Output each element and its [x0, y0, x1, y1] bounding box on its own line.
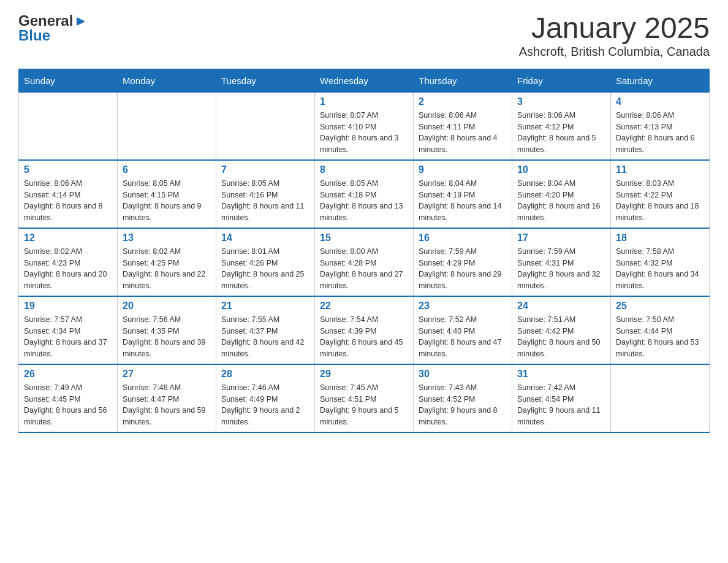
- calendar-cell: 29Sunrise: 7:45 AMSunset: 4:51 PMDayligh…: [315, 364, 414, 432]
- day-header-sunday: Sunday: [19, 69, 118, 92]
- day-number: 15: [320, 232, 408, 243]
- week-row-2: 5Sunrise: 8:06 AMSunset: 4:14 PMDaylight…: [19, 160, 710, 228]
- calendar-cell: 7Sunrise: 8:05 AMSunset: 4:16 PMDaylight…: [216, 160, 315, 228]
- calendar-cell: 23Sunrise: 7:52 AMSunset: 4:40 PMDayligh…: [414, 296, 512, 364]
- day-info: Sunrise: 7:54 AMSunset: 4:39 PMDaylight:…: [320, 314, 408, 360]
- day-info: Sunrise: 8:04 AMSunset: 4:19 PMDaylight:…: [419, 178, 507, 224]
- logo: General Blue: [18, 12, 88, 44]
- day-number: 7: [221, 164, 309, 175]
- day-number: 3: [517, 96, 605, 107]
- week-row-4: 19Sunrise: 7:57 AMSunset: 4:34 PMDayligh…: [19, 296, 710, 364]
- day-info: Sunrise: 8:07 AMSunset: 4:10 PMDaylight:…: [320, 110, 408, 156]
- calendar-cell: 22Sunrise: 7:54 AMSunset: 4:39 PMDayligh…: [315, 296, 414, 364]
- day-number: 16: [419, 232, 507, 243]
- day-number: 10: [517, 164, 605, 175]
- title-section: January 2025 Ashcroft, British Columbia,…: [519, 12, 710, 59]
- day-info: Sunrise: 7:52 AMSunset: 4:40 PMDaylight:…: [419, 314, 507, 360]
- day-info: Sunrise: 7:45 AMSunset: 4:51 PMDaylight:…: [320, 382, 408, 428]
- day-number: 27: [123, 369, 211, 380]
- day-number: 14: [221, 232, 309, 243]
- day-info: Sunrise: 8:00 AMSunset: 4:28 PMDaylight:…: [320, 246, 408, 292]
- calendar-cell: 6Sunrise: 8:05 AMSunset: 4:15 PMDaylight…: [118, 160, 216, 228]
- calendar-cell: 1Sunrise: 8:07 AMSunset: 4:10 PMDaylight…: [315, 92, 414, 160]
- calendar-cell: [216, 92, 315, 160]
- day-info: Sunrise: 8:05 AMSunset: 4:16 PMDaylight:…: [221, 178, 309, 224]
- calendar-cell: 8Sunrise: 8:05 AMSunset: 4:18 PMDaylight…: [315, 160, 414, 228]
- day-header-monday: Monday: [118, 69, 216, 92]
- calendar-cell: 17Sunrise: 7:59 AMSunset: 4:31 PMDayligh…: [512, 228, 611, 296]
- calendar-cell: 5Sunrise: 8:06 AMSunset: 4:14 PMDaylight…: [19, 160, 118, 228]
- day-number: 2: [419, 96, 507, 107]
- day-info: Sunrise: 7:59 AMSunset: 4:31 PMDaylight:…: [517, 246, 605, 292]
- day-number: 1: [320, 96, 408, 107]
- day-info: Sunrise: 8:06 AMSunset: 4:11 PMDaylight:…: [419, 110, 507, 156]
- calendar-cell: 2Sunrise: 8:06 AMSunset: 4:11 PMDaylight…: [414, 92, 512, 160]
- day-number: 20: [123, 301, 211, 312]
- calendar-cell: 30Sunrise: 7:43 AMSunset: 4:52 PMDayligh…: [414, 364, 512, 432]
- calendar-table: SundayMondayTuesdayWednesdayThursdayFrid…: [18, 69, 710, 433]
- day-number: 23: [419, 301, 507, 312]
- calendar-cell: 15Sunrise: 8:00 AMSunset: 4:28 PMDayligh…: [315, 228, 414, 296]
- calendar-cell: [19, 92, 118, 160]
- day-number: 24: [517, 301, 605, 312]
- day-info: Sunrise: 7:57 AMSunset: 4:34 PMDaylight:…: [24, 314, 112, 360]
- calendar-cell: 16Sunrise: 7:59 AMSunset: 4:29 PMDayligh…: [414, 228, 512, 296]
- day-info: Sunrise: 7:56 AMSunset: 4:35 PMDaylight:…: [123, 314, 211, 360]
- calendar-cell: 13Sunrise: 8:02 AMSunset: 4:25 PMDayligh…: [118, 228, 216, 296]
- calendar-cell: 24Sunrise: 7:51 AMSunset: 4:42 PMDayligh…: [512, 296, 611, 364]
- calendar-cell: 28Sunrise: 7:46 AMSunset: 4:49 PMDayligh…: [216, 364, 315, 432]
- calendar-header: SundayMondayTuesdayWednesdayThursdayFrid…: [19, 69, 710, 92]
- day-number: 5: [24, 164, 112, 175]
- day-info: Sunrise: 7:42 AMSunset: 4:54 PMDaylight:…: [517, 382, 605, 428]
- day-header-wednesday: Wednesday: [315, 69, 414, 92]
- calendar-cell: 19Sunrise: 7:57 AMSunset: 4:34 PMDayligh…: [19, 296, 118, 364]
- calendar-cell: [611, 364, 710, 432]
- calendar-cell: 18Sunrise: 7:58 AMSunset: 4:32 PMDayligh…: [611, 228, 710, 296]
- calendar-body: 1Sunrise: 8:07 AMSunset: 4:10 PMDaylight…: [19, 92, 710, 432]
- page-header: General Blue January 2025 Ashcroft, Brit…: [18, 12, 710, 59]
- day-number: 21: [221, 301, 309, 312]
- day-info: Sunrise: 8:06 AMSunset: 4:13 PMDaylight:…: [616, 110, 704, 156]
- calendar-cell: 25Sunrise: 7:50 AMSunset: 4:44 PMDayligh…: [611, 296, 710, 364]
- day-number: 26: [24, 369, 112, 380]
- day-info: Sunrise: 7:50 AMSunset: 4:44 PMDaylight:…: [616, 314, 704, 360]
- week-row-5: 26Sunrise: 7:49 AMSunset: 4:45 PMDayligh…: [19, 364, 710, 432]
- days-of-week-row: SundayMondayTuesdayWednesdayThursdayFrid…: [19, 69, 710, 92]
- day-header-saturday: Saturday: [611, 69, 710, 92]
- calendar-cell: 26Sunrise: 7:49 AMSunset: 4:45 PMDayligh…: [19, 364, 118, 432]
- day-number: 11: [616, 164, 704, 175]
- day-number: 29: [320, 369, 408, 380]
- day-number: 8: [320, 164, 408, 175]
- day-info: Sunrise: 8:04 AMSunset: 4:20 PMDaylight:…: [517, 178, 605, 224]
- week-row-1: 1Sunrise: 8:07 AMSunset: 4:10 PMDaylight…: [19, 92, 710, 160]
- calendar-cell: [118, 92, 216, 160]
- day-header-tuesday: Tuesday: [216, 69, 315, 92]
- day-info: Sunrise: 8:02 AMSunset: 4:25 PMDaylight:…: [123, 246, 211, 292]
- calendar-cell: 27Sunrise: 7:48 AMSunset: 4:47 PMDayligh…: [118, 364, 216, 432]
- day-number: 6: [123, 164, 211, 175]
- day-info: Sunrise: 8:03 AMSunset: 4:22 PMDaylight:…: [616, 178, 704, 224]
- day-number: 12: [24, 232, 112, 243]
- calendar-cell: 31Sunrise: 7:42 AMSunset: 4:54 PMDayligh…: [512, 364, 611, 432]
- calendar-cell: 4Sunrise: 8:06 AMSunset: 4:13 PMDaylight…: [611, 92, 710, 160]
- day-header-thursday: Thursday: [414, 69, 512, 92]
- calendar-cell: 14Sunrise: 8:01 AMSunset: 4:26 PMDayligh…: [216, 228, 315, 296]
- calendar-cell: 21Sunrise: 7:55 AMSunset: 4:37 PMDayligh…: [216, 296, 315, 364]
- calendar-cell: 12Sunrise: 8:02 AMSunset: 4:23 PMDayligh…: [19, 228, 118, 296]
- day-number: 25: [616, 301, 704, 312]
- day-header-friday: Friday: [512, 69, 611, 92]
- day-info: Sunrise: 8:02 AMSunset: 4:23 PMDaylight:…: [24, 246, 112, 292]
- logo-triangle-icon: [74, 15, 88, 28]
- svg-marker-0: [77, 17, 85, 26]
- day-number: 13: [123, 232, 211, 243]
- page-subtitle: Ashcroft, British Columbia, Canada: [519, 45, 710, 59]
- day-number: 17: [517, 232, 605, 243]
- day-info: Sunrise: 7:49 AMSunset: 4:45 PMDaylight:…: [24, 382, 112, 428]
- day-info: Sunrise: 7:59 AMSunset: 4:29 PMDaylight:…: [419, 246, 507, 292]
- calendar-cell: 9Sunrise: 8:04 AMSunset: 4:19 PMDaylight…: [414, 160, 512, 228]
- day-info: Sunrise: 7:46 AMSunset: 4:49 PMDaylight:…: [221, 382, 309, 428]
- day-info: Sunrise: 7:43 AMSunset: 4:52 PMDaylight:…: [419, 382, 507, 428]
- day-number: 9: [419, 164, 507, 175]
- day-info: Sunrise: 8:01 AMSunset: 4:26 PMDaylight:…: [221, 246, 309, 292]
- page-title: January 2025: [519, 12, 710, 45]
